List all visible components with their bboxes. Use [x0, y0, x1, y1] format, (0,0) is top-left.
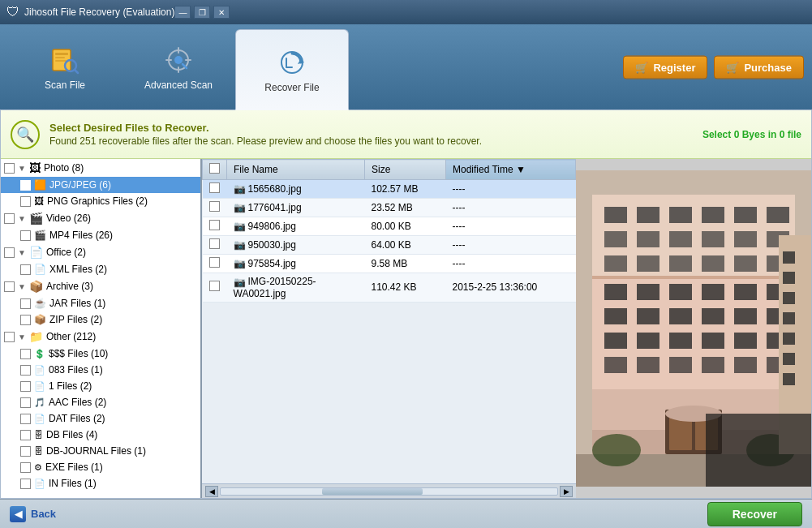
table-row[interactable]: 📷975854.jpg9.58 MB---- [203, 255, 576, 273]
tree-item-photo[interactable]: ▼ 🖼 Photo (8) [1, 159, 200, 177]
horizontal-scrollbar[interactable]: ◀ ▶ [202, 483, 576, 498]
tree-item-ddd[interactable]: 💲 $$$ Files (10) [1, 346, 200, 362]
row-checkbox[interactable] [209, 238, 220, 249]
tree-item-dat[interactable]: 📄 DAT Files (2) [1, 410, 200, 427]
tree-item-zip[interactable]: 📦 ZIP Files (2) [1, 311, 200, 328]
tree-item-db[interactable]: 🗄 DB Files (4) [1, 427, 200, 443]
tree-checkbox-db[interactable] [20, 430, 31, 440]
table-row[interactable]: 📷949806.jpg80.00 KB---- [203, 217, 576, 236]
tree-checkbox-office[interactable] [4, 247, 15, 258]
tree-item-1files[interactable]: 📄 1 Files (2) [1, 378, 200, 394]
svg-rect-52 [702, 333, 724, 349]
file-name-cell: 📷950030.jpg [227, 236, 365, 255]
back-button[interactable]: ◀ Back [10, 506, 56, 522]
office-icon: 📄 [29, 246, 43, 259]
tree-item-083[interactable]: 📄 083 Files (1) [1, 362, 200, 378]
tree-checkbox-photo[interactable] [4, 163, 15, 174]
register-button[interactable]: 🛒 Register [623, 55, 707, 79]
tree-checkbox-video[interactable] [4, 213, 15, 224]
scroll-right-button[interactable]: ▶ [560, 486, 573, 497]
svg-rect-47 [734, 308, 757, 324]
row-checkbox[interactable] [209, 201, 220, 212]
tree-expand-other: ▼ [18, 333, 26, 341]
file-size-cell: 102.57 MB [365, 180, 446, 199]
table-row[interactable]: 📷1776041.jpg23.52 MB---- [203, 199, 576, 217]
tree-item-jpg[interactable]: 🟧 JPG/JPEG (6) [1, 177, 200, 193]
tree-item-jar[interactable]: ☕ JAR Files (1) [1, 295, 200, 311]
tree-checkbox-archive[interactable] [4, 281, 15, 292]
table-row[interactable]: 📷1565680.jpg102.57 MB---- [203, 180, 576, 199]
toolbar: Scan File Advanced Scan R [0, 24, 812, 109]
scroll-left-button[interactable]: ◀ [205, 486, 218, 497]
svg-rect-56 [637, 357, 659, 373]
tree-label-archive: Archive (3) [46, 281, 93, 292]
row-checkbox[interactable] [209, 281, 220, 291]
recover-label: Recover [733, 508, 777, 521]
tab-scan-file[interactable]: Scan File [8, 24, 122, 109]
file-table[interactable]: File Name Size Modified Time ▼ 📷1565680.… [202, 159, 576, 483]
tree-checkbox-exe[interactable] [20, 462, 31, 473]
tree-checkbox-dbj[interactable] [20, 446, 31, 457]
col-filename[interactable]: File Name [227, 160, 365, 180]
tree-checkbox-in[interactable] [20, 479, 31, 489]
restore-button[interactable]: ❐ [194, 6, 210, 19]
xml-icon: 📄 [34, 264, 46, 275]
tree-checkbox-dat[interactable] [20, 414, 31, 424]
tab-recover-file[interactable]: Recover File [235, 29, 349, 110]
tree-checkbox-xml[interactable] [20, 264, 31, 275]
exe-icon: ⚙ [34, 462, 42, 473]
file-thumb-icon: 📷 [234, 239, 245, 251]
tree-checkbox-jpg[interactable] [20, 180, 31, 191]
tree-item-video[interactable]: ▼ 🎬 Video (26) [1, 209, 200, 227]
tree-item-office[interactable]: ▼ 📄 Office (2) [1, 243, 200, 261]
purchase-label: Purchase [744, 61, 792, 73]
minimize-button[interactable]: — [174, 6, 191, 19]
tree-checkbox-aac[interactable] [20, 397, 31, 408]
tree-item-archive[interactable]: ▼ 📦 Archive (3) [1, 277, 200, 295]
tree-item-mp4[interactable]: 🎬 MP4 Files (26) [1, 227, 200, 243]
tab-advanced-scan[interactable]: Advanced Scan [122, 24, 235, 109]
tree-checkbox-ddd[interactable] [20, 349, 31, 359]
row-checkbox[interactable] [209, 182, 220, 193]
svg-rect-2 [55, 57, 65, 58]
svg-rect-18 [604, 207, 627, 223]
tree-checkbox-1files[interactable] [20, 381, 31, 392]
table-row[interactable]: 📷IMG-20150225-WA0021.jpg110.42 KB2015-2-… [203, 273, 576, 303]
tree-checkbox-jar[interactable] [20, 298, 31, 309]
dbj-icon: 🗄 [34, 446, 43, 456]
tree-item-exe[interactable]: ⚙ EXE Files (1) [1, 459, 200, 475]
close-button[interactable]: ✕ [213, 6, 230, 19]
svg-rect-55 [604, 357, 627, 373]
info-description: Found 251 recoverable files after the sc… [49, 135, 693, 147]
recover-button[interactable]: Recover [707, 502, 802, 526]
file-panel: File Name Size Modified Time ▼ 📷1565680.… [202, 159, 576, 498]
col-size[interactable]: Size [365, 160, 446, 180]
tree-expand-office: ▼ [18, 248, 26, 257]
tree-checkbox-083[interactable] [20, 365, 31, 376]
svg-line-12 [183, 64, 187, 68]
svg-rect-25 [637, 231, 659, 247]
tree-item-dbj[interactable]: 🗄 DB-JOURNAL Files (1) [1, 443, 200, 459]
tree-item-in[interactable]: 📄 IN Files (1) [1, 475, 200, 492]
tree-checkbox-png[interactable] [20, 196, 31, 207]
table-row[interactable]: 📷950030.jpg64.00 KB---- [203, 236, 576, 255]
purchase-button[interactable]: 🛒 Purchase [714, 55, 804, 79]
tree-item-other[interactable]: ▼ 📁 Other (212) [1, 328, 200, 346]
scroll-track[interactable] [220, 487, 558, 496]
tree-item-xml[interactable]: 📄 XML Files (2) [1, 261, 200, 277]
row-checkbox[interactable] [209, 257, 220, 268]
file-modified-cell: ---- [446, 180, 576, 199]
row-checkbox[interactable] [209, 220, 220, 230]
tree-checkbox-zip[interactable] [20, 315, 31, 325]
select-all-checkbox[interactable] [209, 163, 220, 174]
tree-item-aac[interactable]: 🎵 AAC Files (2) [1, 394, 200, 410]
tree-expand-photo: ▼ [18, 164, 26, 173]
tree-checkbox-mp4[interactable] [20, 230, 31, 241]
tree-item-png[interactable]: 🖼 PNG Graphics Files (2) [1, 193, 200, 209]
scroll-thumb[interactable] [322, 488, 423, 495]
col-modified[interactable]: Modified Time ▼ [446, 160, 576, 180]
tree-label-dbj: DB-JOURNAL Files (1) [46, 445, 146, 457]
tree-panel[interactable]: ▼ 🖼 Photo (8) 🟧 JPG/JPEG (6) 🖼 PNG Graph… [1, 159, 202, 498]
tree-checkbox-other[interactable] [4, 332, 15, 342]
svg-rect-45 [669, 308, 692, 324]
